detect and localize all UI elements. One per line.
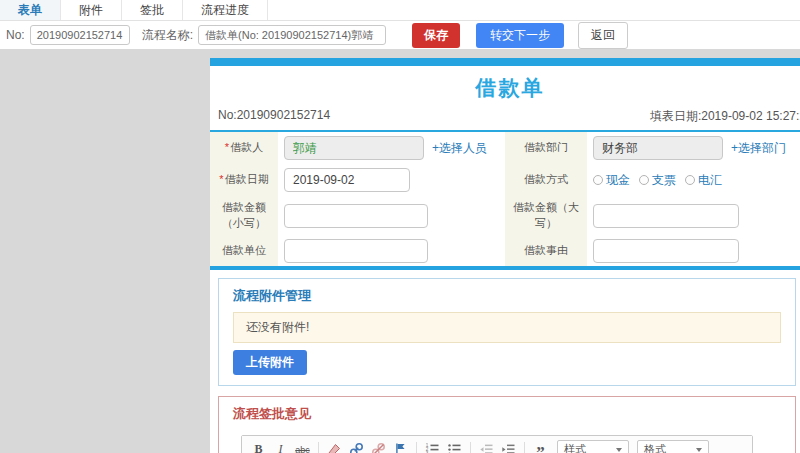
action-toolbar: No: 流程名称: 保存 转交下一步 返回 bbox=[0, 21, 800, 49]
upload-attachment-button[interactable]: 上传附件 bbox=[233, 350, 307, 375]
loan-unit-label: 借款单位 bbox=[210, 236, 278, 266]
no-input[interactable] bbox=[30, 25, 130, 45]
chevron-down-icon bbox=[696, 448, 702, 452]
toolbar-separator bbox=[470, 442, 471, 453]
indent-icon[interactable] bbox=[500, 441, 517, 453]
tab-progress[interactable]: 流程进度 bbox=[183, 0, 268, 20]
borrower-input[interactable] bbox=[284, 136, 424, 160]
format-dropdown[interactable]: 格式 bbox=[637, 440, 709, 453]
radio-icon bbox=[685, 175, 695, 185]
editor-toolbar: B I abc bbox=[242, 436, 752, 453]
select-department-link[interactable]: +选择部门 bbox=[731, 140, 786, 157]
amount-lower-label: 借款金额（小写） bbox=[210, 196, 278, 236]
toolbar-separator bbox=[318, 442, 319, 453]
loan-form-panel: 借款单 No:20190902152714 填表日期:2019-09-02 15… bbox=[210, 58, 800, 453]
style-dropdown[interactable]: 样式 bbox=[557, 440, 629, 453]
loan-reason-input[interactable] bbox=[593, 239, 739, 263]
loan-date-label: *借款日期 bbox=[210, 164, 278, 196]
back-button[interactable]: 返回 bbox=[578, 22, 628, 49]
radio-icon bbox=[593, 175, 603, 185]
rich-text-editor: B I abc bbox=[241, 435, 753, 453]
toolbar-separator bbox=[416, 442, 417, 453]
form-title: 借款单 bbox=[210, 66, 800, 108]
amount-lower-input[interactable] bbox=[284, 204, 428, 228]
radio-cash[interactable]: 现金 bbox=[593, 172, 630, 189]
attachment-panel-title: 流程附件管理 bbox=[233, 287, 781, 305]
blockquote-icon[interactable]: ” bbox=[532, 441, 549, 453]
flow-name-input[interactable] bbox=[198, 25, 386, 45]
select-person-link[interactable]: +选择人员 bbox=[432, 140, 487, 157]
amount-upper-label: 借款金额（大写） bbox=[505, 196, 587, 236]
save-button[interactable]: 保存 bbox=[412, 23, 460, 48]
no-attachment-notice: 还没有附件! bbox=[233, 312, 781, 343]
radio-wire[interactable]: 电汇 bbox=[685, 172, 722, 189]
loan-method-label: 借款方式 bbox=[505, 164, 587, 196]
loan-reason-label: 借款事由 bbox=[505, 236, 587, 266]
approval-panel: 流程签批意见 B I abc bbox=[218, 396, 796, 453]
unlink-icon[interactable] bbox=[370, 441, 387, 453]
no-label: No: bbox=[6, 28, 25, 42]
page-content: 借款单 No:20190902152714 填表日期:2019-09-02 15… bbox=[0, 49, 800, 453]
strikethrough-icon[interactable]: abc bbox=[294, 441, 311, 453]
form-no-text: No:20190902152714 bbox=[218, 108, 330, 125]
bottom-accent-bar bbox=[210, 266, 800, 270]
loan-form-grid: *借款人 +选择人员 借款部门 +选择部门 *借款日期 借款方式 bbox=[210, 132, 800, 266]
department-input[interactable] bbox=[593, 136, 723, 160]
chevron-down-icon bbox=[616, 448, 622, 452]
form-date-text: 填表日期:2019-09-02 15:27:1 bbox=[650, 108, 800, 125]
loan-date-input[interactable] bbox=[284, 168, 410, 192]
amount-upper-input[interactable] bbox=[593, 204, 739, 228]
italic-icon[interactable]: I bbox=[272, 441, 289, 453]
ordered-list-icon[interactable]: 123 bbox=[424, 441, 441, 453]
tab-approval[interactable]: 签批 bbox=[122, 0, 183, 20]
top-accent-bar bbox=[210, 58, 800, 66]
link-icon[interactable] bbox=[348, 441, 365, 453]
department-label: 借款部门 bbox=[505, 132, 587, 164]
tab-attachment[interactable]: 附件 bbox=[61, 0, 122, 20]
attachment-panel: 流程附件管理 还没有附件! 上传附件 bbox=[218, 278, 796, 386]
radio-check[interactable]: 支票 bbox=[639, 172, 676, 189]
forward-next-step-button[interactable]: 转交下一步 bbox=[476, 23, 564, 48]
radio-icon bbox=[639, 175, 649, 185]
loan-method-radio-group: 现金 支票 电汇 bbox=[593, 172, 722, 189]
approval-panel-title: 流程签批意见 bbox=[233, 405, 781, 423]
remove-format-icon[interactable] bbox=[326, 441, 343, 453]
tab-form[interactable]: 表单 bbox=[0, 0, 61, 20]
toolbar-separator bbox=[524, 442, 525, 453]
bold-icon[interactable]: B bbox=[250, 441, 267, 453]
borrower-label: *借款人 bbox=[210, 132, 278, 164]
flag-icon[interactable] bbox=[392, 441, 409, 453]
form-meta-row: No:20190902152714 填表日期:2019-09-02 15:27:… bbox=[210, 108, 800, 130]
tab-bar: 表单 附件 签批 流程进度 bbox=[0, 0, 800, 21]
flow-name-label: 流程名称: bbox=[142, 27, 193, 44]
loan-unit-input[interactable] bbox=[284, 239, 428, 263]
unordered-list-icon[interactable] bbox=[446, 441, 463, 453]
outdent-icon[interactable] bbox=[478, 441, 495, 453]
